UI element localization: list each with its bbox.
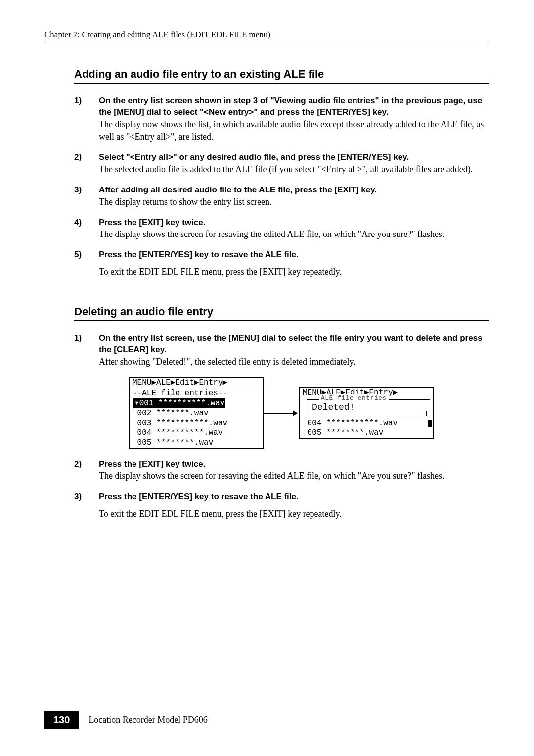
chapter-header: Chapter 7: Creating and editing ALE file… — [44, 30, 490, 43]
step-text: The display returns to show the entry li… — [99, 197, 271, 207]
page-number: 130 — [44, 711, 79, 729]
section1-step3: 3) After adding all desired audio file t… — [74, 185, 485, 208]
page-footer: 130 Location Recorder Model PD606 — [44, 711, 208, 729]
section1-step2: 2) Select "<Entry all>" or any desired a… — [74, 152, 485, 176]
step-text: The display shows the screen for resavin… — [99, 229, 445, 239]
step-num: 1) — [74, 333, 99, 368]
lcd-popup: ALE file entries Deleted! — [307, 399, 430, 418]
step-text: The selected audio file is added to the … — [99, 164, 473, 174]
step-after: To exit the EDIT EDL FILE menu, press th… — [99, 509, 342, 519]
step-bold: On the entry list screen, use the [MENU]… — [99, 333, 483, 354]
lcd-entry-selected: ▾001 **********.wav — [130, 398, 263, 408]
lcd-figure-row: MENU▶ALE▶Edit▶Entry▶ --ALE file entries-… — [74, 377, 490, 449]
step-text: The display now shows the list, in which… — [99, 119, 484, 142]
step-num: 1) — [74, 95, 99, 143]
lcd-right: MENU▶ALE▶Edit▶Entry▶ ALE file entries De… — [299, 387, 434, 439]
lcd-popup-text: Deleted! — [312, 402, 427, 413]
step-num: 2) — [74, 152, 99, 176]
lcd-entry: 005 ********.wav — [130, 438, 263, 448]
section1-steps: 1) On the entry list screen shown in ste… — [74, 95, 485, 278]
step-num: 5) — [74, 249, 99, 278]
section2-steps: 1) On the entry list screen, use the [ME… — [74, 333, 485, 368]
lcd-left: MENU▶ALE▶Edit▶Entry▶ --ALE file entries-… — [129, 377, 264, 449]
step-after: To exit the EDIT EDL FILE menu, press th… — [99, 267, 342, 277]
section2-step1: 1) On the entry list screen, use the [ME… — [74, 333, 485, 368]
step-num: 3) — [74, 185, 99, 208]
lcd-entry: 005 ********.wav — [300, 428, 433, 438]
lcd-entry: 004 ***********.wav — [300, 418, 433, 428]
step-bold: Press the [ENTER/YES] key to resave the … — [99, 250, 299, 259]
lcd-entry: 004 **********.wav — [130, 428, 263, 438]
step-bold: After adding all desired audio file to t… — [99, 185, 377, 194]
section1-title: Adding an audio file entry to an existin… — [74, 68, 490, 84]
step-text: The display shows the screen for resavin… — [99, 471, 445, 481]
section2-step3: 3) Press the [ENTER/YES] key to resave t… — [74, 491, 485, 520]
step-num: 4) — [74, 217, 99, 241]
lcd-header: --ALE file entries-- — [130, 388, 263, 398]
section2-steps-cont: 2) Press the [EXIT] key twice. The displ… — [74, 459, 485, 520]
step-bold: Select "<Entry all>" or any desired audi… — [99, 152, 409, 162]
lcd-entry: 002 *******.wav — [130, 408, 263, 418]
section1-step4: 4) Press the [EXIT] key twice. The displ… — [74, 217, 485, 241]
lcd-entry: 003 ***********.wav — [130, 418, 263, 428]
step-bold: Press the [EXIT] key twice. — [99, 459, 205, 469]
lcd-scrollbar — [426, 411, 432, 416]
step-num: 2) — [74, 459, 99, 482]
section1-step1: 1) On the entry list screen shown in ste… — [74, 95, 485, 143]
footer-text: Location Recorder Model PD606 — [89, 715, 207, 725]
lcd-breadcrumb: MENU▶ALE▶Edit▶Entry▶ — [130, 378, 263, 388]
step-text: After showing "Deleted!", the selected f… — [99, 357, 356, 367]
step-num: 3) — [74, 491, 99, 520]
section2-step2: 2) Press the [EXIT] key twice. The displ… — [74, 459, 485, 482]
lcd-popup-hint: ALE file entries — [319, 394, 389, 402]
step-bold: On the entry list screen shown in step 3… — [99, 96, 482, 117]
section2-title: Deleting an audio file entry — [74, 305, 490, 321]
step-bold: Press the [ENTER/YES] key to resave the … — [99, 492, 299, 501]
step-bold: Press the [EXIT] key twice. — [99, 218, 205, 227]
section1-step5: 5) Press the [ENTER/YES] key to resave t… — [74, 249, 485, 278]
